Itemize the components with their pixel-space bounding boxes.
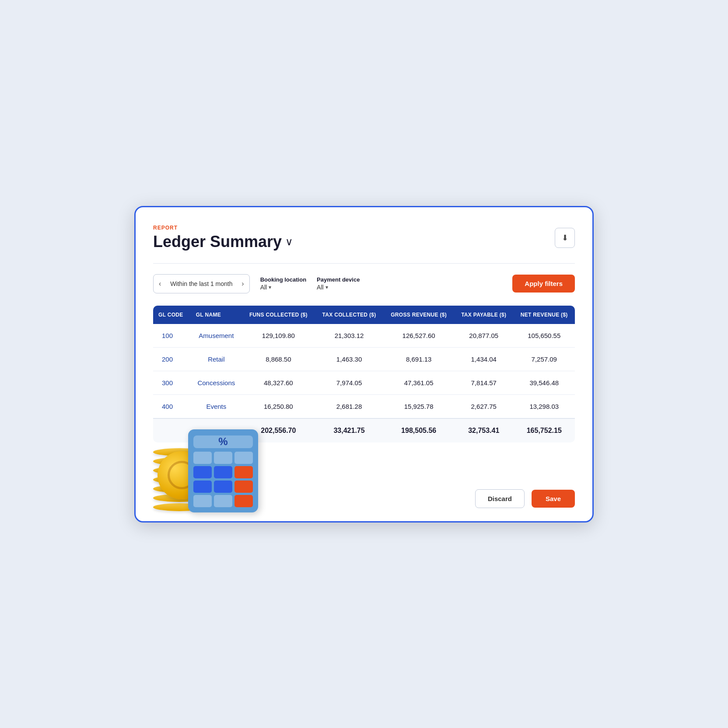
discard-button[interactable]: Discard xyxy=(475,489,525,508)
cell-tax-collected: 7,974.05 xyxy=(315,371,383,394)
ledger-illustration: % xyxy=(144,425,293,521)
cell-net-revenue: 13,298.03 xyxy=(513,394,575,418)
booking-location-chevron-icon: ▾ xyxy=(269,284,271,290)
calculator-percent-icon: % xyxy=(218,435,228,448)
date-filter-value: Within the last 1 month xyxy=(166,280,236,287)
filters-row: ‹ Within the last 1 month › Booking loca… xyxy=(153,274,575,293)
cell-tax-payable: 1,434.04 xyxy=(454,347,514,371)
payment-device-label: Payment device xyxy=(317,276,360,283)
cell-tax-collected: 2,681.28 xyxy=(315,394,383,418)
cell-tax-collected: 21,303.12 xyxy=(315,324,383,348)
title-chevron-icon[interactable]: ∨ xyxy=(285,236,293,248)
calc-btn-10 xyxy=(193,495,212,507)
table-header-row: GL CODE GL NAME FUNS COLLECTED ($) TAX C… xyxy=(153,306,575,324)
ledger-table: GL CODE GL NAME FUNS COLLECTED ($) TAX C… xyxy=(153,306,575,442)
cell-gross-revenue: 47,361.05 xyxy=(383,371,454,394)
calc-btn-7 xyxy=(193,481,212,493)
booking-location-filter: Booking location All ▾ xyxy=(260,276,306,291)
cell-gl-code: 100 xyxy=(153,324,191,348)
calc-btn-8 xyxy=(214,481,232,493)
header-row: REPORT Ledger Summary ∨ ⬇ xyxy=(153,225,575,251)
cell-funds-collected: 16,250.80 xyxy=(242,394,315,418)
calculator: % xyxy=(188,429,258,512)
col-gl-code: GL CODE xyxy=(153,306,191,324)
payment-device-value: All xyxy=(317,284,324,291)
payment-device-select[interactable]: All ▾ xyxy=(317,284,360,291)
totals-tax-payable: 32,753.41 xyxy=(454,418,514,442)
calc-btn-5 xyxy=(214,466,232,478)
date-next-button[interactable]: › xyxy=(236,275,249,293)
cell-gl-name: Concessions xyxy=(191,371,242,394)
table-row: 400 Events 16,250.80 2,681.28 15,925.78 … xyxy=(153,394,575,418)
download-button[interactable]: ⬇ xyxy=(555,228,575,248)
cell-funds-collected: 129,109.80 xyxy=(242,324,315,348)
col-gross-revenue: GROSS REVENUE ($) xyxy=(383,306,454,324)
cell-net-revenue: 39,546.48 xyxy=(513,371,575,394)
cell-tax-payable: 20,877.05 xyxy=(454,324,514,348)
report-category-label: REPORT xyxy=(153,225,293,231)
cell-net-revenue: 7,257.09 xyxy=(513,347,575,371)
cell-net-revenue: 105,650.55 xyxy=(513,324,575,348)
cell-gl-name: Amusement xyxy=(191,324,242,348)
table-row: 100 Amusement 129,109.80 21,303.12 126,5… xyxy=(153,324,575,348)
cell-tax-payable: 2,627.75 xyxy=(454,394,514,418)
cell-tax-payable: 7,814.57 xyxy=(454,371,514,394)
ledger-table-container: GL CODE GL NAME FUNS COLLECTED ($) TAX C… xyxy=(153,306,575,442)
calc-btn-11 xyxy=(214,495,232,507)
totals-gross-revenue: 198,505.56 xyxy=(383,418,454,442)
calc-btn-12 xyxy=(234,495,253,507)
main-card: REPORT Ledger Summary ∨ ⬇ ‹ Within the l… xyxy=(134,206,594,522)
cell-gl-code: 300 xyxy=(153,371,191,394)
calc-btn-1 xyxy=(193,452,212,464)
col-net-revenue: NET REVENUE ($) xyxy=(513,306,575,324)
cell-funds-collected: 48,327.60 xyxy=(242,371,315,394)
title-group: REPORT Ledger Summary ∨ xyxy=(153,225,293,251)
booking-location-select[interactable]: All ▾ xyxy=(260,284,306,291)
totals-net-revenue: 165,752.15 xyxy=(513,418,575,442)
cell-funds-collected: 8,868.50 xyxy=(242,347,315,371)
col-tax-collected: TAX COLLECTED ($) xyxy=(315,306,383,324)
bottom-section: % Discard xyxy=(153,442,575,521)
page-title: Ledger Summary ∨ xyxy=(153,233,293,251)
calc-btn-4 xyxy=(193,466,212,478)
cell-tax-collected: 1,463.30 xyxy=(315,347,383,371)
cell-gross-revenue: 15,925.78 xyxy=(383,394,454,418)
cell-gross-revenue: 8,691.13 xyxy=(383,347,454,371)
date-prev-button[interactable]: ‹ xyxy=(154,275,166,293)
save-button[interactable]: Save xyxy=(532,490,575,508)
totals-tax-collected: 33,421.75 xyxy=(315,418,383,442)
header-divider xyxy=(153,263,575,264)
date-filter: ‹ Within the last 1 month › xyxy=(153,274,250,293)
calc-btn-6 xyxy=(234,466,253,478)
col-gl-name: GL NAME xyxy=(191,306,242,324)
calc-btn-9 xyxy=(234,481,253,493)
cell-gl-code: 400 xyxy=(153,394,191,418)
table-row: 300 Concessions 48,327.60 7,974.05 47,36… xyxy=(153,371,575,394)
payment-device-filter: Payment device All ▾ xyxy=(317,276,360,291)
payment-device-chevron-icon: ▾ xyxy=(326,284,328,290)
table-row: 200 Retail 8,868.50 1,463.30 8,691.13 1,… xyxy=(153,347,575,371)
apply-filters-button[interactable]: Apply filters xyxy=(512,275,575,293)
bottom-buttons: Discard Save xyxy=(475,489,575,508)
calculator-buttons xyxy=(193,452,253,507)
booking-location-label: Booking location xyxy=(260,276,306,283)
cell-gl-code: 200 xyxy=(153,347,191,371)
col-funds-collected: FUNS COLLECTED ($) xyxy=(242,306,315,324)
calc-btn-3 xyxy=(234,452,253,464)
cell-gl-name: Events xyxy=(191,394,242,418)
booking-location-value: All xyxy=(260,284,267,291)
calc-btn-2 xyxy=(214,452,232,464)
cell-gross-revenue: 126,527.60 xyxy=(383,324,454,348)
cell-gl-name: Retail xyxy=(191,347,242,371)
download-icon: ⬇ xyxy=(562,233,568,243)
col-tax-payable: TAX PAYABLE ($) xyxy=(454,306,514,324)
calculator-screen: % xyxy=(193,435,253,448)
